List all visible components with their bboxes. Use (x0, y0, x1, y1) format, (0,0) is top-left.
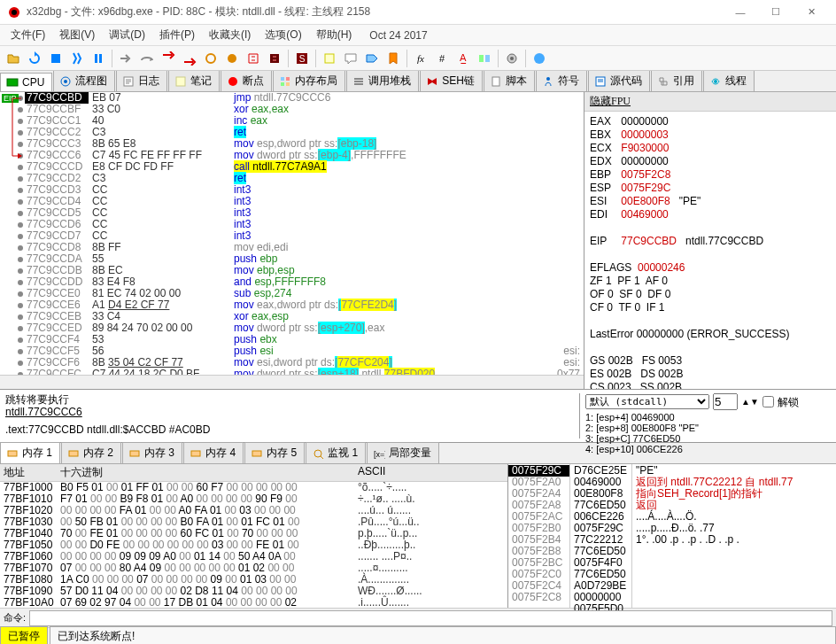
disasm-pane[interactable]: EIP 77C9CCBDEB 07jmp ntdll.77C9CCC677C9C… (0, 92, 584, 389)
tab-11[interactable]: 引用 (651, 71, 702, 91)
svg-rect-28 (492, 77, 499, 86)
tab-5[interactable]: 内存布局 (273, 71, 345, 91)
disasm-row[interactable]: 77C9CCC140inc eax (0, 115, 584, 127)
patches-icon[interactable] (320, 49, 339, 68)
command-input[interactable] (29, 610, 832, 626)
trace-into-icon[interactable] (201, 49, 221, 68)
menu-view[interactable]: 视图(V) (52, 25, 102, 45)
tab-3[interactable]: 笔记 (168, 71, 220, 91)
argcount-spinner[interactable] (713, 393, 738, 410)
settings-icon[interactable] (502, 49, 522, 68)
disasm-row[interactable]: 77C9CCFCC7 44 24 18 2C D0 BFmov dword pt… (0, 369, 584, 375)
disasm-row[interactable]: 77C9CCD88B FFmov edi,edi (0, 242, 584, 253)
tab-2[interactable]: 日志 (116, 71, 167, 91)
tab-10[interactable]: 源代码 (588, 71, 650, 91)
info-target[interactable]: ntdll.77C9CCC6 (5, 406, 579, 418)
fx-icon[interactable]: fx (411, 49, 430, 68)
registers-pane[interactable]: 隐藏FPU EAX 00000000EBX 00000003ECX F90300… (584, 92, 836, 389)
bookmarks-icon[interactable] (383, 49, 403, 68)
menu-help[interactable]: 帮助(H) (309, 25, 360, 45)
menu-options[interactable]: 选项(O) (258, 25, 308, 45)
command-row: 命令: (0, 608, 836, 627)
hide-fpu-link[interactable]: 隐藏FPU (584, 92, 836, 112)
dump-row[interactable]: 77BF10A007 69 02 97 04 00 00 17 DB 01 04… (0, 597, 507, 608)
memtab-4[interactable]: 内存 5 (244, 442, 305, 463)
memtab-2[interactable]: 内存 3 (122, 442, 182, 463)
memtab-1[interactable]: 内存 2 (61, 442, 121, 463)
restart-icon[interactable] (25, 49, 44, 68)
stop-icon[interactable] (46, 49, 66, 68)
svg-text:S: S (299, 54, 306, 64)
calling-convention-select[interactable]: 默认 (stdcall) (585, 394, 709, 409)
svg-rect-21 (281, 77, 284, 81)
open-icon[interactable] (4, 49, 23, 68)
scylla-icon[interactable]: S (292, 49, 312, 68)
disasm-row[interactable]: 77C9CCD2C3ret (0, 173, 584, 184)
minimize-button[interactable]: — (723, 0, 758, 25)
disasm-row[interactable]: 77C9CCE6A1 D4 E2 CF 77mov eax,dword ptr … (0, 299, 584, 311)
disasm-row[interactable]: 77C9CCED89 84 24 70 02 00 00mov dword pt… (0, 322, 584, 334)
dump-header: 地址十六进制ASCII (0, 464, 507, 482)
info-pane: 跳转将要执行 ntdll.77C9CCC6 .text:77C9CCBD ntd… (0, 390, 836, 443)
run-icon[interactable] (67, 49, 87, 68)
labels-icon[interactable] (362, 49, 382, 68)
tab-9[interactable]: 符号 (536, 71, 587, 91)
disasm-row[interactable]: 77C9CCD3CCint3 (0, 184, 584, 196)
menu-plugins[interactable]: 插件(P) (152, 25, 202, 45)
text-icon[interactable]: A̲ (453, 49, 473, 68)
build-date: Oct 24 2017 (362, 27, 434, 44)
eip-badge: EIP (2, 94, 19, 103)
titlebar: x32dbg - 文件: x96dbg.exe - PID: 88C - 模块:… (0, 0, 836, 25)
disasm-row[interactable]: 77C9CCCDE8 CF DC FD FFcall ntdll.77C7A9A… (0, 161, 584, 173)
tab-12[interactable]: 线程 (703, 71, 755, 91)
disasm-row[interactable]: 77C9CCD7CCint3 (0, 230, 584, 242)
step-out-icon[interactable] (180, 49, 199, 68)
menu-file[interactable]: 文件(F) (4, 25, 52, 45)
disasm-row[interactable]: 77C9CCD6CCint3 (0, 219, 584, 230)
close-button[interactable]: ✕ (793, 0, 829, 25)
step-over-icon[interactable] (137, 49, 157, 68)
svg-rect-11 (485, 55, 490, 62)
unlock-checkbox[interactable] (762, 396, 774, 407)
tab-1[interactable]: 流程图 (53, 71, 115, 91)
svg-rect-36 (252, 451, 261, 456)
disasm-row[interactable]: 77C9CCD5CCint3 (0, 207, 584, 219)
menu-debug[interactable]: 调试(D) (102, 25, 152, 45)
hash-icon[interactable]: # (432, 49, 452, 68)
step-in-icon[interactable] (159, 49, 178, 68)
comments-icon[interactable] (341, 49, 360, 68)
disasm-row[interactable]: 77C9CCDD83 E4 F8and esp,FFFFFFF8 (0, 276, 584, 288)
disasm-hscroll[interactable] (0, 375, 584, 389)
tab-4[interactable]: 断点 (221, 71, 272, 91)
svg-point-13 (510, 57, 514, 60)
stack-pane[interactable]: 0075F29C0075F2A00075F2A40075F2A80075F2AC… (508, 464, 836, 608)
tab-6[interactable]: 调用堆栈 (346, 71, 419, 91)
svg-rect-23 (281, 82, 284, 86)
svg-rect-34 (130, 451, 139, 456)
about-icon[interactable] (530, 49, 549, 68)
memtab-5[interactable]: 监视 1 (306, 442, 366, 463)
run-to-user-icon[interactable] (265, 49, 284, 68)
dump-pane[interactable]: 地址十六进制ASCII 77BF1000B0 F5 01 00 01 FF 01… (0, 464, 508, 608)
memtab-6[interactable]: [x=]局部变量 (367, 442, 439, 463)
memtab-0[interactable]: 内存 1 (0, 442, 60, 463)
modules-icon[interactable] (475, 49, 494, 68)
menu-fav[interactable]: 收藏夹(I) (202, 25, 258, 45)
run-to-ret-icon[interactable] (244, 49, 263, 68)
svg-point-20 (228, 77, 237, 86)
svg-text:[x=]: [x=] (374, 450, 385, 459)
trace-over-icon[interactable] (222, 49, 242, 68)
memtab-3[interactable]: 内存 4 (183, 442, 244, 463)
svg-rect-19 (176, 77, 185, 86)
disasm-row[interactable]: 77C9CCBDEB 07jmp ntdll.77C9CCC6 (0, 92, 584, 104)
tab-7[interactable]: SEH链 (420, 71, 483, 91)
disasm-row[interactable]: 77C9CCF453push ebx (0, 334, 584, 345)
tab-0[interactable]: CPU (0, 73, 52, 91)
disasm-row[interactable]: 77C9CCBF33 C0xor eax,eax (0, 104, 584, 115)
svg-point-6 (228, 54, 236, 63)
maximize-button[interactable]: ☐ (758, 0, 793, 25)
tab-8[interactable]: 脚本 (484, 71, 535, 91)
pause-icon[interactable] (89, 49, 108, 68)
step-into-icon[interactable] (116, 49, 135, 68)
disasm-row[interactable]: 77C9CCD4CCint3 (0, 196, 584, 207)
